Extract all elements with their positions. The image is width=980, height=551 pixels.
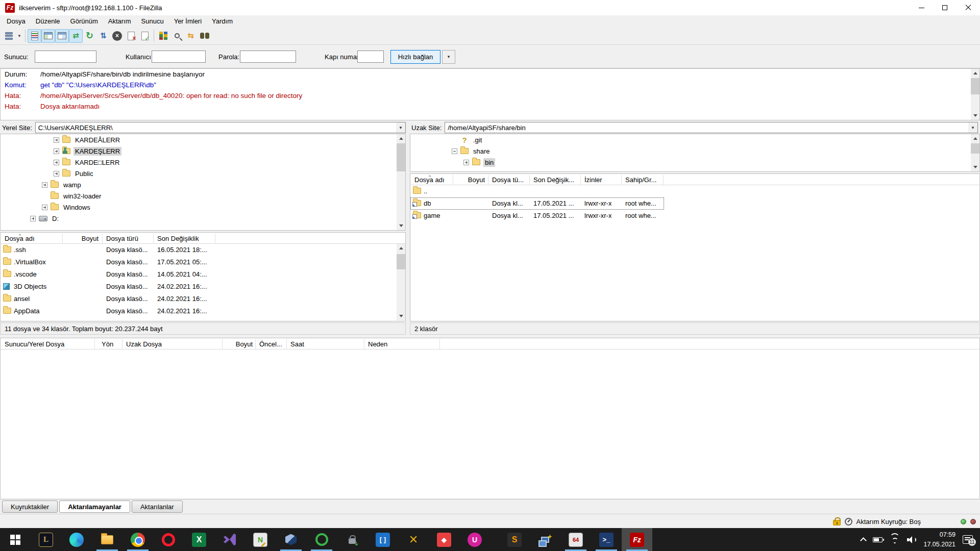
reconnect-icon[interactable]: ✓	[138, 29, 152, 43]
column-header[interactable]: ^Dosya adı	[414, 176, 445, 184]
tree-item[interactable]: wamp	[1, 179, 405, 190]
column-header[interactable]: Dosya türü	[106, 235, 138, 242]
local-path-dropdown-icon[interactable]: ▼	[396, 122, 405, 133]
taskbar-edge[interactable]	[61, 528, 92, 551]
volume-icon[interactable]	[907, 536, 916, 543]
file-row[interactable]: AppDataDosya klasö...24.02.2021 16:...	[1, 305, 405, 317]
close-button[interactable]	[957, 0, 980, 15]
column-header[interactable]: Öncel...	[259, 340, 282, 348]
file-row[interactable]: .VirtualBoxDosya klasö...17.05.2021 05:.…	[1, 256, 405, 268]
disconnect-icon[interactable]: ×	[124, 29, 138, 43]
column-header[interactable]: İzinler	[584, 176, 602, 184]
tree-item[interactable]: Windows	[1, 202, 405, 213]
expand-icon[interactable]	[42, 182, 47, 188]
username-input[interactable]	[152, 51, 206, 63]
menu-gorunum[interactable]: Görünüm	[65, 16, 103, 27]
menu-aktarim[interactable]: Aktarım	[103, 16, 136, 27]
column-header[interactable]: Uzak Dosya	[126, 340, 162, 348]
tree-item[interactable]: KARDE□LERR	[1, 157, 405, 168]
menu-yardim[interactable]: Yardım	[207, 16, 238, 27]
notification-center-icon[interactable]: 11	[963, 535, 973, 544]
local-tree-scrollbar[interactable]	[397, 134, 405, 230]
hidden-icons-chevron-icon[interactable]	[861, 537, 867, 544]
cancel-operation-icon[interactable]: ×	[110, 29, 124, 43]
process-queue-icon[interactable]: ⇅	[96, 29, 110, 43]
port-input[interactable]	[357, 51, 384, 63]
toggle-transfer-queue-icon[interactable]: ⇄	[69, 29, 83, 43]
menu-dosya[interactable]: Dosya	[2, 16, 31, 27]
taskbar-opera[interactable]	[153, 528, 184, 551]
tab-aktarilamayanlar[interactable]: Aktarılamayanlar	[59, 500, 130, 513]
quickconnect-dropdown[interactable]: ▼	[442, 50, 455, 64]
taskbar-sublime-text[interactable]: S	[499, 528, 530, 551]
file-row[interactable]: anselDosya klasö...24.02.2021 16:...	[1, 293, 405, 305]
expand-icon[interactable]	[54, 171, 59, 177]
expand-icon[interactable]	[30, 216, 36, 221]
tree-item[interactable]: ?.git	[410, 134, 979, 145]
taskbar-visual-studio[interactable]	[214, 528, 245, 551]
column-header[interactable]: ^Dosya adı	[5, 235, 35, 242]
column-header[interactable]: Boyut	[226, 340, 253, 348]
find-files-icon[interactable]	[198, 29, 211, 43]
file-row[interactable]: .vscodeDosya klasö...14.05.2021 04:...	[1, 268, 405, 281]
synchronized-browsing-icon[interactable]: ⇆	[184, 29, 198, 43]
tree-item[interactable]: bin	[410, 157, 979, 168]
toggle-local-tree-icon[interactable]	[41, 29, 55, 43]
directory-comparison-icon[interactable]	[156, 29, 170, 43]
expand-icon[interactable]	[54, 160, 59, 165]
toggle-message-log-icon[interactable]	[28, 29, 41, 43]
taskbar-pink-circle-app[interactable]: U	[459, 528, 490, 551]
taskbar-green-ring-app[interactable]	[306, 528, 337, 551]
local-list-scrollbar[interactable]	[397, 244, 405, 320]
menu-sunucu[interactable]: Sunucu	[136, 16, 169, 27]
expand-icon[interactable]	[463, 160, 469, 165]
taskbar-filezilla[interactable]: Fz	[622, 528, 652, 551]
start-button[interactable]	[0, 528, 31, 551]
expand-icon[interactable]	[42, 205, 47, 210]
tree-item[interactable]: Public	[1, 168, 405, 179]
taskbar-notepad-plus-plus[interactable]: N	[245, 528, 276, 551]
wifi-icon[interactable]	[890, 536, 900, 543]
file-row[interactable]: .sshDosya klasö...16.05.2021 18:...	[1, 244, 405, 256]
taskbar-virtualbox[interactable]	[276, 528, 306, 551]
tab-kuyruktakiler[interactable]: Kuyruktakiler	[2, 500, 58, 513]
remote-path-combobox[interactable]: /home/AltyapiSF/share/bin ▼	[445, 122, 978, 133]
tree-item[interactable]: win32-loader	[1, 190, 405, 202]
column-header[interactable]: Neden	[368, 340, 387, 348]
tree-item[interactable]: share	[410, 145, 979, 157]
file-row[interactable]: dbDosya kl...17.05.2021 ...lrwxr-xr-xroo…	[410, 197, 664, 210]
menu-yer-imleri[interactable]: Yer İmleri	[169, 16, 207, 27]
toggle-remote-tree-icon[interactable]	[55, 29, 69, 43]
host-input[interactable]	[35, 51, 96, 63]
site-manager-dropdown[interactable]: ▼	[16, 29, 23, 43]
tree-item[interactable]: KARDEŞLERR	[1, 145, 405, 157]
column-header[interactable]: Boyut	[455, 176, 485, 184]
column-header[interactable]: Dosya tü...	[492, 176, 524, 184]
column-header[interactable]: Boyut	[65, 235, 99, 242]
log-scrollbar[interactable]	[971, 69, 979, 120]
maximize-button[interactable]	[933, 0, 957, 15]
column-header[interactable]: Saat	[290, 340, 304, 348]
column-header[interactable]: Sunucu/Yerel Dosya	[5, 340, 64, 348]
clock[interactable]: 07:59 17.05.2021	[923, 530, 955, 548]
site-manager-icon[interactable]	[2, 29, 16, 43]
taskbar-remote-desktop[interactable]	[530, 528, 560, 551]
column-header[interactable]: Son Değişik...	[533, 176, 574, 184]
collapse-icon[interactable]	[452, 148, 457, 154]
password-input[interactable]	[240, 51, 296, 63]
quickconnect-button[interactable]: Hızlı bağlan	[390, 50, 440, 64]
taskbar-league-of-legends[interactable]: L	[31, 528, 61, 551]
tree-item[interactable]: KARDEÅLERR	[1, 134, 405, 145]
column-header[interactable]: Yön	[102, 340, 113, 348]
taskbar-chrome[interactable]	[122, 528, 153, 551]
taskbar-excel[interactable]: X	[184, 528, 214, 551]
taskbar-yellow-arrows-app[interactable]: ✕	[398, 528, 429, 551]
file-row[interactable]: ..	[410, 185, 979, 197]
column-header[interactable]: Son Değişiklik	[157, 235, 199, 242]
taskbar-vim[interactable]: 64	[560, 528, 591, 551]
file-row[interactable]: 3D ObjectsDosya klasö...24.02.2021 16:..…	[1, 281, 405, 293]
taskbar-lock-sync-app[interactable]	[337, 528, 368, 551]
speed-limit-gauge-icon[interactable]	[845, 518, 852, 525]
taskbar-file-explorer[interactable]	[92, 528, 122, 551]
expand-icon[interactable]	[54, 137, 59, 143]
